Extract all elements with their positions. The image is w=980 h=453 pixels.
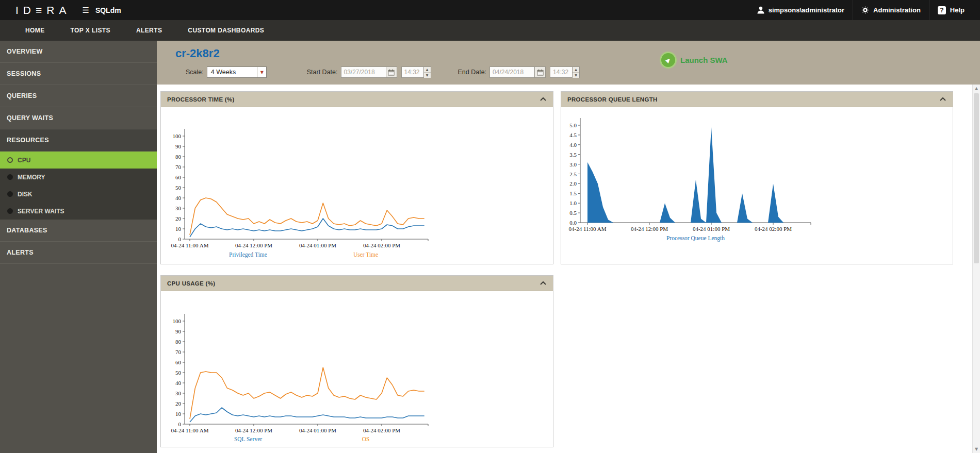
app-root: ID≡RA ☰ SQLdm simpsons\administrator — [0, 0, 980, 453]
administration-button[interactable]: Administration — [853, 0, 929, 20]
x-tick-label: 04-24 11:00 AM — [171, 427, 209, 433]
sidebar-item-label: CPU — [18, 157, 30, 164]
start-date-input[interactable]: 03/27/2018 — [341, 66, 386, 78]
panel-processor-queue-length: PROCESSOR QUEUE LENGTH 0.00.51.01.52.02.… — [561, 91, 953, 264]
radio-selected-icon — [7, 157, 13, 163]
panel-title: PROCESSOR TIME (%) — [167, 96, 235, 103]
sidebar-item-server-waits[interactable]: SERVER WAITS — [0, 203, 157, 220]
y-tick-label: 90 — [175, 328, 182, 334]
sidebar-item-queries[interactable]: QUERIES — [0, 85, 157, 107]
panel-processor-time: PROCESSOR TIME (%) 010203040506070809010… — [160, 91, 553, 264]
y-tick-label: 30 — [175, 205, 182, 211]
collapse-icon[interactable] — [939, 97, 946, 102]
nav-item-top-x-lists[interactable]: TOP X LISTS — [58, 20, 123, 41]
scrollbar-thumb[interactable] — [974, 93, 979, 263]
end-time-spinner[interactable]: ▲▼ — [573, 66, 580, 78]
y-tick-label: 1.0 — [569, 200, 577, 206]
processor-time-chart: 010203040506070809010004-24 11:00 AM04-2… — [161, 107, 553, 264]
panel-title: PROCESSOR QUEUE LENGTH — [567, 96, 658, 103]
sidebar-item-alerts[interactable]: ALERTS — [0, 242, 157, 264]
sidebar-item-disk[interactable]: DISK — [0, 186, 157, 203]
y-tick-label: 90 — [175, 143, 182, 149]
y-tick-label: 50 — [175, 370, 182, 376]
nav-item-alerts[interactable]: ALERTS — [123, 20, 175, 41]
nav-item-custom-dashboards[interactable]: CUSTOM DASHBOARDS — [175, 20, 277, 41]
y-tick-label: 100 — [173, 318, 182, 324]
nav-item-home[interactable]: HOME — [12, 20, 58, 41]
scroll-up-icon[interactable]: ▲ — [973, 85, 980, 92]
series-line — [190, 367, 424, 419]
vertical-scrollbar[interactable]: ▲ ▼ — [972, 85, 980, 453]
legend-item: User Time — [353, 251, 378, 258]
y-tick-label: 2.0 — [569, 180, 577, 187]
launch-swa-button[interactable]: ▶ Launch SWA — [661, 53, 728, 67]
sidebar-item-resources[interactable]: RESOURCES — [0, 129, 157, 152]
sidebar-item-databases[interactable]: DATABASES — [0, 220, 157, 242]
sidebar-item-label: SERVER WAITS — [18, 208, 64, 215]
start-date-calendar-button[interactable] — [386, 66, 397, 78]
launch-swa-label: Launch SWA — [680, 56, 728, 64]
dashboard-content: PROCESSOR TIME (%) 010203040506070809010… — [157, 85, 980, 453]
radio-icon — [7, 208, 13, 214]
legend-item: OS — [362, 436, 370, 442]
scroll-down-icon[interactable]: ▼ — [973, 445, 980, 453]
help-button[interactable]: ? Help — [929, 0, 973, 20]
start-time-input[interactable]: 14:32 — [401, 66, 424, 78]
administration-label: Administration — [873, 6, 921, 14]
collapse-icon[interactable] — [540, 281, 547, 286]
spin-up-icon[interactable]: ▲ — [424, 67, 431, 72]
sidebar-item-memory[interactable]: MEMORY — [0, 169, 157, 186]
start-time-spinner[interactable]: ▲▼ — [424, 66, 431, 78]
y-tick-label: 4.0 — [569, 142, 577, 148]
legend-item: SQL Server — [234, 436, 262, 442]
y-tick-label: 80 — [175, 154, 182, 160]
x-tick-label: 04-24 01:00 PM — [693, 226, 730, 232]
x-tick-label: 04-24 02:00 PM — [363, 242, 400, 248]
spin-down-icon[interactable]: ▼ — [573, 72, 579, 78]
y-tick-label: 70 — [175, 164, 182, 170]
time-range-controls: Scale: 4 Weeks ▼ Start Date: 03/27/2018 — [186, 66, 580, 78]
sidebar-item-overview[interactable]: OVERVIEW — [0, 41, 157, 63]
topbar: ID≡RA ☰ SQLdm simpsons\administrator — [0, 0, 980, 20]
sidebar-item-query-waits[interactable]: QUERY WAITS — [0, 107, 157, 129]
brand-area: ID≡RA ☰ SQLdm — [15, 4, 121, 16]
panel-header[interactable]: CPU USAGE (%) — [161, 276, 553, 291]
y-tick-label: 4.5 — [569, 132, 577, 138]
sidebar-item-sessions[interactable]: SESSIONS — [0, 63, 157, 85]
sidebar-item-cpu[interactable]: CPU — [0, 152, 157, 169]
user-menu[interactable]: simpsons\administrator — [749, 0, 853, 20]
menu-icon[interactable]: ☰ — [82, 6, 89, 15]
launch-swa-icon: ▶ — [661, 53, 675, 67]
y-tick-label: 50 — [175, 184, 182, 191]
scale-label: Scale: — [186, 69, 204, 76]
x-tick-label: 04-24 11:00 AM — [569, 226, 607, 232]
end-time-input[interactable]: 14:32 — [550, 66, 573, 78]
y-tick-label: 0 — [178, 236, 182, 242]
y-tick-label: 80 — [175, 339, 182, 345]
help-icon: ? — [938, 6, 946, 14]
spin-down-icon[interactable]: ▼ — [424, 72, 431, 78]
x-tick-label: 04-24 12:00 PM — [631, 226, 668, 232]
panel-header[interactable]: PROCESSOR TIME (%) — [161, 92, 553, 107]
legend-item: Privileged Time — [229, 251, 267, 258]
y-tick-label: 2.5 — [569, 171, 577, 177]
user-name: simpsons\administrator — [769, 6, 844, 14]
panel-cpu-usage: CPU USAGE (%) 010203040506070809010004-2… — [160, 275, 553, 447]
calendar-icon — [388, 69, 395, 76]
x-tick-label: 04-24 11:00 AM — [171, 242, 209, 248]
end-date-input[interactable]: 04/24/2018 — [489, 66, 535, 78]
panel-header[interactable]: PROCESSOR QUEUE LENGTH — [561, 92, 953, 107]
shell: OVERVIEWSESSIONSQUERIESQUERY WAITSRESOUR… — [0, 41, 980, 453]
collapse-icon[interactable] — [540, 97, 547, 102]
spin-up-icon[interactable]: ▲ — [573, 67, 579, 72]
product-name: SQLdm — [95, 6, 121, 14]
x-tick-label: 04-24 12:00 PM — [235, 427, 272, 433]
main-area: cr-2k8r2 Scale: 4 Weeks ▼ Start Date: 03… — [157, 41, 980, 453]
processor-queue-length-chart: 0.00.51.01.52.02.53.03.54.04.55.004-24 1… — [561, 107, 953, 264]
y-tick-label: 3.5 — [569, 152, 577, 158]
sidebar-item-label: MEMORY — [18, 174, 45, 181]
scale-select[interactable]: 4 Weeks ▼ — [207, 66, 267, 78]
end-date-calendar-button[interactable] — [535, 66, 546, 78]
panel-title: CPU USAGE (%) — [167, 280, 215, 287]
y-tick-label: 3.0 — [569, 161, 577, 167]
